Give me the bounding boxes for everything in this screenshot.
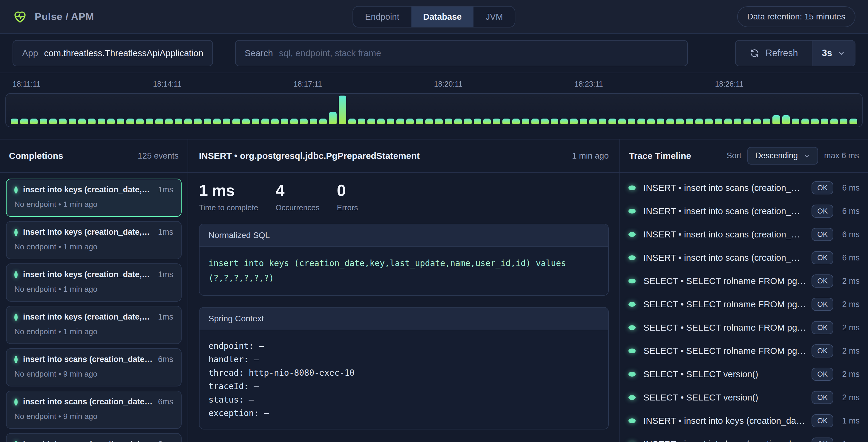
tab[interactable]: Database: [411, 7, 474, 27]
trace-row[interactable]: SELECT • SELECT rolname FROM pg_r… OK 2 …: [628, 293, 860, 316]
timeline-bar: [734, 119, 741, 124]
refresh-group: Refresh 3s: [735, 40, 856, 66]
status-badge: OK: [811, 204, 833, 218]
detail-body: 1 ms Time to complete 4 Occurrences 0 Er…: [188, 172, 619, 438]
trace-row[interactable]: INSERT • insert into scans (creation_… O…: [628, 199, 860, 223]
completion-duration: 1ms: [158, 270, 173, 279]
timeline-bar: [281, 119, 288, 124]
tab[interactable]: JVM: [474, 7, 515, 27]
timeline-bar: [772, 115, 780, 124]
completion-duration: 6ms: [158, 397, 173, 407]
completion-card[interactable]: insert into scans (creation_date,en… 6ms…: [6, 433, 182, 442]
app-selector[interactable]: App com.threatless.ThreatlessApiApplicat…: [12, 40, 213, 66]
time-tick-label: 18:17:11: [293, 80, 434, 88]
spring-context-panel: Spring Context endpoint: – handler: – th…: [199, 307, 609, 430]
trace-dot-icon: [628, 395, 636, 400]
timeline-bar: [242, 119, 250, 124]
timeline-bar: [464, 119, 471, 124]
timeline-bar: [69, 119, 76, 124]
trace-row[interactable]: SELECT • SELECT version() OK 2 ms: [628, 362, 860, 386]
trace-row[interactable]: INSERT • insert into scans (creation_… O…: [628, 246, 860, 270]
trace-label: INSERT • insert into scans (creation_…: [643, 206, 807, 216]
timeline-bar: [136, 119, 144, 124]
trace-list: INSERT • insert into scans (creation_… O…: [620, 172, 868, 442]
timeline-bar: [580, 119, 587, 124]
timeline-bar: [396, 119, 404, 124]
timeline-bar: [483, 119, 491, 124]
completion-card[interactable]: insert into scans (creation_date,en… 6ms…: [6, 391, 182, 429]
trace-row[interactable]: SELECT • SELECT rolname FROM pg_r… OK 2 …: [628, 270, 860, 293]
timeline-bar: [98, 119, 105, 124]
timeline-bar: [78, 119, 86, 124]
timeline-bar: [474, 119, 481, 124]
context-line: handler: –: [209, 353, 599, 366]
completion-duration: 1ms: [158, 228, 173, 237]
status-badge: OK: [811, 181, 833, 194]
completion-card[interactable]: insert into keys (creation_date,key,l… 1…: [6, 221, 182, 259]
timeline-bar: [339, 96, 346, 124]
trace-row[interactable]: INSERT • insert into scans (creation_… O…: [628, 223, 860, 246]
timeline-axis-labels: 18:11:1118:14:1118:17:1118:20:1118:23:11…: [12, 80, 856, 88]
trace-dot-icon: [628, 209, 636, 214]
timeline-bar: [763, 119, 770, 124]
toolbar: App com.threatless.ThreatlessApiApplicat…: [0, 34, 868, 73]
completion-meta: No endpoint • 1 min ago: [14, 285, 173, 294]
timeline-bar: [638, 119, 645, 124]
trace-duration: 2 ms: [833, 323, 860, 333]
trace-dot-icon: [628, 325, 636, 330]
detail-header: INSERT • org.postgresql.jdbc.PgPreparedS…: [188, 139, 619, 172]
tab[interactable]: Endpoint: [353, 7, 411, 27]
trace-title: Trace Timeline: [629, 151, 691, 161]
trace-row[interactable]: INSERT • insert into keys (creation_da… …: [628, 409, 860, 433]
refresh-interval-value: 3s: [822, 48, 832, 59]
completion-query: insert into keys (creation_date,key,l…: [23, 185, 153, 194]
refresh-button[interactable]: Refresh: [736, 41, 812, 66]
trace-row[interactable]: INSERT • insert into keys (creation_da… …: [628, 433, 860, 442]
completion-card[interactable]: insert into scans (creation_date,en… 6ms…: [6, 348, 182, 386]
status-dot-icon: [14, 441, 18, 442]
trace-dot-icon: [628, 232, 636, 237]
trace-label: SELECT • SELECT rolname FROM pg_r…: [643, 322, 807, 333]
completion-meta: No endpoint • 1 min ago: [14, 327, 173, 336]
completion-card[interactable]: insert into keys (creation_date,key,l… 1…: [6, 179, 182, 217]
refresh-icon: [749, 48, 760, 58]
normalized-sql-panel: Normalized SQL insert into keys (creatio…: [199, 224, 609, 296]
trace-label: SELECT • SELECT rolname FROM pg_r…: [643, 276, 807, 286]
trace-label: INSERT • insert into keys (creation_da…: [643, 416, 807, 426]
trace-row[interactable]: SELECT • SELECT version() OK 2 ms: [628, 386, 860, 409]
timeline-bar: [724, 119, 732, 124]
trace-row[interactable]: SELECT • SELECT rolname FROM pg_r… OK 2 …: [628, 339, 860, 362]
spring-context-body: endpoint: – handler: – thread: http-nio-…: [199, 330, 608, 429]
context-line: traceId: –: [209, 380, 599, 393]
trace-row[interactable]: SELECT • SELECT rolname FROM pg_r… OK 2 …: [628, 316, 860, 339]
timeline-bar: [599, 119, 606, 124]
trace-duration: 1 ms: [833, 440, 860, 442]
stat-label: Occurrences: [275, 203, 319, 212]
timeline-bar: [40, 119, 47, 124]
completions-count: 125 events: [138, 151, 179, 161]
timeline-bar: [522, 119, 529, 124]
status-badge: OK: [811, 368, 833, 381]
completion-meta: No endpoint • 1 min ago: [14, 242, 173, 251]
brand: Pulse / APM: [12, 9, 94, 24]
stat-block: 0 Errors: [337, 181, 358, 212]
timeline-bar: [531, 119, 539, 124]
stat-label: Errors: [337, 203, 358, 212]
sort-dropdown[interactable]: Descending: [747, 147, 818, 164]
timeline-bar: [367, 119, 375, 124]
status-badge: OK: [811, 228, 833, 241]
search-input[interactable]: [279, 48, 678, 58]
completion-card[interactable]: insert into keys (creation_date,key,l… 1…: [6, 306, 182, 344]
completion-meta: No endpoint • 9 min ago: [14, 370, 173, 379]
timeline-bar: [30, 119, 38, 124]
status-dot-icon: [14, 271, 18, 278]
timeline-bar: [416, 119, 423, 124]
completion-card[interactable]: insert into keys (creation_date,key,l… 1…: [6, 263, 182, 302]
trace-row[interactable]: INSERT • insert into scans (creation_… O…: [628, 176, 860, 199]
completions-title: Completions: [9, 151, 63, 161]
completion-card-top: insert into keys (creation_date,key,l… 1…: [14, 228, 173, 237]
timeline-bar: [666, 119, 674, 124]
timeline-bar: [801, 119, 809, 124]
completion-query: insert into keys (creation_date,key,l…: [23, 312, 153, 322]
refresh-interval-dropdown[interactable]: 3s: [812, 41, 855, 66]
